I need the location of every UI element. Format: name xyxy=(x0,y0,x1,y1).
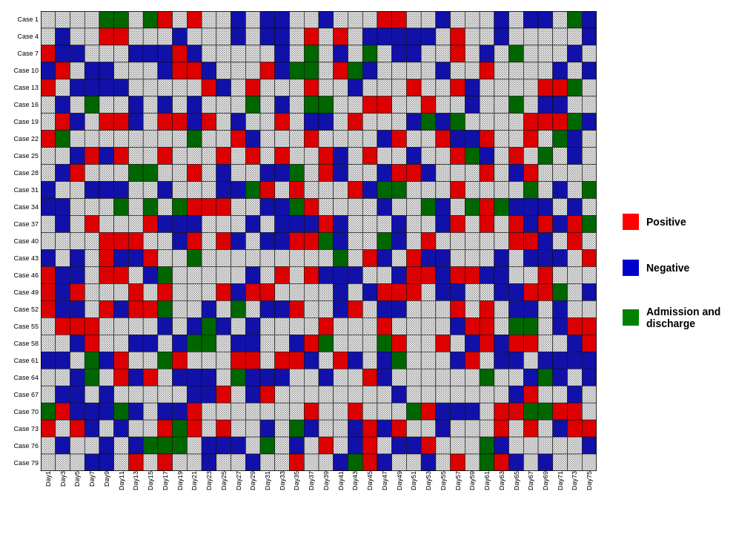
x-label: Day37 xyxy=(304,471,319,493)
grid-canvas xyxy=(41,11,597,471)
x-label: Day21 xyxy=(187,471,202,493)
y-label: Case 37 xyxy=(0,216,41,233)
y-label: Case 58 xyxy=(0,335,41,352)
x-label: Day31 xyxy=(260,471,275,493)
x-label: Day33 xyxy=(275,471,290,493)
y-label: Case 34 xyxy=(0,199,41,216)
negative-color-box xyxy=(623,260,639,276)
legend-admission: Admission and discharge xyxy=(623,306,756,329)
x-label: Day63 xyxy=(494,471,509,493)
x-label: Day11 xyxy=(114,471,129,493)
y-label: Case 67 xyxy=(0,386,41,403)
x-label: Day27 xyxy=(231,471,246,493)
y-label: Case 7 xyxy=(0,45,41,62)
x-label: Day53 xyxy=(421,471,436,493)
y-label: Case 4 xyxy=(0,28,41,45)
x-label: Day65 xyxy=(509,471,524,493)
x-label: Day17 xyxy=(158,471,173,493)
positive-label: Positive xyxy=(646,216,686,228)
x-label: Day9 xyxy=(99,471,114,489)
x-label: Day47 xyxy=(377,471,392,493)
x-label: Day75 xyxy=(582,471,597,493)
y-label: Case 1 xyxy=(0,11,41,28)
x-label: Day43 xyxy=(348,471,362,493)
admission-color-box xyxy=(623,309,639,326)
y-label: Case 64 xyxy=(0,369,41,386)
y-label: Case 70 xyxy=(0,403,41,420)
grid-container xyxy=(41,11,597,471)
y-axis: Case 1 Case 4 Case 7 Case 10 Case 13 Cas… xyxy=(0,11,41,471)
y-label: Case 43 xyxy=(0,250,41,267)
x-label: Day41 xyxy=(334,471,348,493)
y-label: Case 10 xyxy=(0,62,41,79)
x-label: Day67 xyxy=(523,471,538,493)
x-label: Day1 xyxy=(41,471,56,489)
x-label: Day25 xyxy=(216,471,231,493)
y-label: Case 79 xyxy=(0,454,41,471)
y-label: Case 19 xyxy=(0,113,41,131)
x-axis: Day1 Day3 Day5 Day7 Day9 Day11 Day13 Day… xyxy=(41,471,597,543)
x-label: Day7 xyxy=(84,471,99,489)
chart-area: Case 1 Case 4 Case 7 Case 10 Case 13 Cas… xyxy=(0,0,608,543)
x-label: Day55 xyxy=(436,471,451,493)
legend-positive: Positive xyxy=(623,214,756,230)
x-label: Day35 xyxy=(289,471,304,493)
y-label: Case 40 xyxy=(0,233,41,250)
y-label: Case 46 xyxy=(0,267,41,284)
x-label: Day69 xyxy=(538,471,553,493)
legend-area: Positive Negative Admission and discharg… xyxy=(608,0,756,543)
y-label: Case 31 xyxy=(0,182,41,199)
positive-color-box xyxy=(623,214,639,230)
x-label: Day15 xyxy=(143,471,158,493)
main-container: Case 1 Case 4 Case 7 Case 10 Case 13 Cas… xyxy=(0,0,756,543)
x-label: Day51 xyxy=(406,471,421,493)
x-label: Day71 xyxy=(553,471,568,493)
x-label: Day23 xyxy=(202,471,216,493)
x-label: Day59 xyxy=(465,471,480,493)
x-label: Day61 xyxy=(480,471,494,493)
x-label: Day45 xyxy=(362,471,377,493)
x-label: Day3 xyxy=(56,471,70,489)
negative-label: Negative xyxy=(646,262,689,274)
x-label: Day19 xyxy=(173,471,188,493)
legend-negative: Negative xyxy=(623,260,756,276)
y-label: Case 61 xyxy=(0,352,41,369)
x-label: Day57 xyxy=(451,471,465,493)
y-label: Case 16 xyxy=(0,96,41,113)
admission-label: Admission and discharge xyxy=(646,306,756,329)
x-label: Day39 xyxy=(319,471,334,493)
y-label: Case 73 xyxy=(0,420,41,437)
y-label: Case 22 xyxy=(0,131,41,148)
x-label: Day5 xyxy=(70,471,84,489)
x-label: Day29 xyxy=(245,471,260,493)
y-label: Case 13 xyxy=(0,79,41,96)
y-label: Case 28 xyxy=(0,165,41,182)
x-label: Day13 xyxy=(128,471,143,493)
y-label: Case 55 xyxy=(0,317,41,335)
x-label: Day49 xyxy=(392,471,407,493)
y-label: Case 25 xyxy=(0,148,41,165)
y-label: Case 52 xyxy=(0,300,41,317)
y-label: Case 49 xyxy=(0,284,41,301)
x-label: Day73 xyxy=(567,471,582,493)
y-label: Case 76 xyxy=(0,437,41,454)
